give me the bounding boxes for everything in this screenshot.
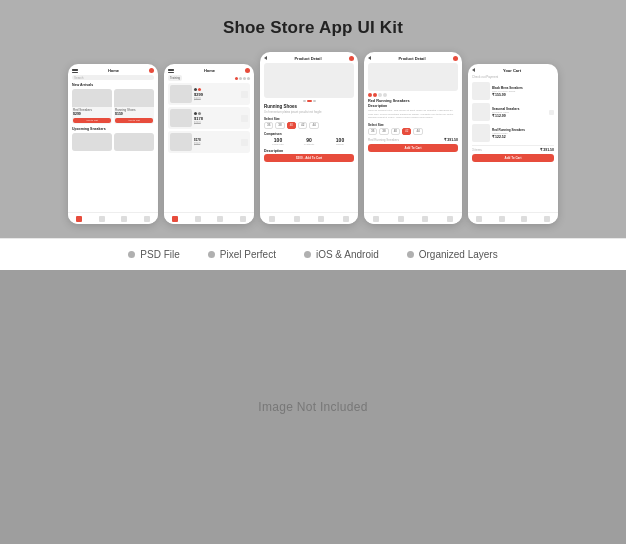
notification-icon-3 xyxy=(349,56,354,61)
profile-nav-2[interactable] xyxy=(240,216,246,222)
profile-nav-icon[interactable] xyxy=(144,216,150,222)
product2-price-old: $260 xyxy=(194,121,239,125)
cart-items-count: 3 items xyxy=(472,148,482,152)
add-to-cart-btn-1[interactable]: Add to cart xyxy=(73,118,111,123)
dot-1 xyxy=(303,100,306,102)
product1-price-old: $400 xyxy=(194,97,239,101)
add-btn-price: $300 xyxy=(296,156,303,160)
cart-divider xyxy=(472,145,554,146)
home-nav-5[interactable] xyxy=(476,216,482,222)
home-nav-3[interactable] xyxy=(269,216,275,222)
back-arrow-3[interactable] xyxy=(264,56,267,60)
size4-36[interactable]: 36 xyxy=(368,128,377,135)
item1-price: $299 xyxy=(72,112,112,117)
add-to-cart-btn-3[interactable]: $300 - Add To Cart xyxy=(264,154,354,162)
cart-item-price-3: ₹122.52 xyxy=(492,135,554,139)
phone3-bottom-nav xyxy=(260,212,358,224)
size4-42[interactable]: 42 xyxy=(402,128,411,135)
size-40[interactable]: 40 xyxy=(287,122,296,129)
product3-price-old: $260 xyxy=(194,142,239,146)
phone-3: Product Detail Running Shoes Un fermentu… xyxy=(260,52,358,224)
product-img-1 xyxy=(170,85,192,103)
size4-44[interactable]: 44 xyxy=(413,128,422,135)
search-nav-3[interactable] xyxy=(294,216,300,222)
search-nav-4[interactable] xyxy=(398,216,404,222)
rating-dot-4 xyxy=(383,93,387,97)
color-dot-black-2 xyxy=(194,112,197,115)
product3-sub: Un fermentum platea ipsuet posulis text … xyxy=(264,110,354,114)
phone2-title: Home xyxy=(204,68,215,73)
filter-chip[interactable]: Training xyxy=(168,75,182,81)
size4-38[interactable]: 38 xyxy=(379,128,388,135)
search-nav-icon[interactable] xyxy=(99,216,105,222)
product-row-1: $299 $400 xyxy=(168,83,250,105)
checkout-btn[interactable]: Add To Cart xyxy=(472,154,554,162)
home-nav-icon[interactable] xyxy=(76,216,82,222)
sizes-3: 36 38 40 42 44 xyxy=(264,122,354,129)
color-dots-1 xyxy=(194,88,239,91)
product-info-1: $299 $400 xyxy=(194,88,239,101)
profile-nav-3[interactable] xyxy=(343,216,349,222)
feature-label-2: Pixel Perfect xyxy=(220,249,276,260)
phone3-header: Product Detail xyxy=(264,56,354,61)
back-arrow-5[interactable] xyxy=(472,68,475,72)
product-info-2: $178 $260 xyxy=(194,112,239,125)
heart-nav-5[interactable] xyxy=(521,216,527,222)
product-detail-img-4 xyxy=(368,63,458,91)
cart-item-1: Black Mens Sneakers Size: 8 Colour: Blac… xyxy=(472,82,554,100)
size-38[interactable]: 38 xyxy=(275,122,284,129)
search-nav-2[interactable] xyxy=(195,216,201,222)
total-row-4: Red Running Sneakers ₹391.50 xyxy=(368,138,458,142)
phone3-title: Product Detail xyxy=(294,56,321,61)
product3-name: Running Shoes xyxy=(264,104,354,109)
profile-nav-5[interactable] xyxy=(544,216,550,222)
heart-nav-4[interactable] xyxy=(422,216,428,222)
new-arrivals-row: Red Sneakers $299 Add to cart Running Sh… xyxy=(72,89,154,124)
trash-icon-2[interactable] xyxy=(549,110,554,115)
add-to-cart-btn-4[interactable]: Add To Cart xyxy=(368,144,458,152)
search-nav-5[interactable] xyxy=(499,216,505,222)
upcoming-img-2 xyxy=(114,133,154,151)
detail-dots-3 xyxy=(264,100,354,102)
cart-item-img-1 xyxy=(472,82,490,100)
profile-nav-4[interactable] xyxy=(447,216,453,222)
cart-total-price: ₹391.50 xyxy=(540,148,554,152)
search-bar[interactable]: Search xyxy=(72,75,154,80)
cart-icon-3[interactable] xyxy=(241,139,248,146)
cart-item-price-1: ₹155.99 xyxy=(492,93,554,97)
page-title: Shoe Store App UI Kit xyxy=(223,18,403,38)
cart-item-info-2: Seasonal Sneakers Women's Shoe ₹112.99 xyxy=(492,107,547,118)
home-nav-2[interactable] xyxy=(172,216,178,222)
heart-nav-2[interactable] xyxy=(217,216,223,222)
size-44[interactable]: 44 xyxy=(309,122,318,129)
feature-ios: iOS & Android xyxy=(304,249,379,260)
product-row-3: $178 $260 xyxy=(168,131,250,153)
cart-item-info-1: Black Mens Sneakers Size: 8 Colour: Blac… xyxy=(492,86,554,97)
cart-item-2: Seasonal Sneakers Women's Shoe ₹112.99 xyxy=(472,103,554,121)
size-36[interactable]: 36 xyxy=(264,122,273,129)
cart-icon-2[interactable] xyxy=(241,115,248,122)
bottom-section: Image Not Included xyxy=(0,270,626,544)
back-arrow-4[interactable] xyxy=(368,56,371,60)
item2-image xyxy=(114,89,154,107)
comp-item-2: 90 Synthetic xyxy=(295,137,323,146)
phone5-bottom-nav xyxy=(468,212,558,224)
size-42[interactable]: 42 xyxy=(298,122,307,129)
phone1-bottom-nav xyxy=(68,212,158,224)
phone-5: Your Cart Check out Payment Black Mens S… xyxy=(468,64,558,224)
menu-icon-2 xyxy=(168,69,174,73)
heart-nav-3[interactable] xyxy=(318,216,324,222)
size4-40[interactable]: 40 xyxy=(391,128,400,135)
notification-icon-4 xyxy=(453,56,458,61)
total-val-4: ₹391.50 xyxy=(444,138,458,142)
add-to-cart-btn-2[interactable]: Add to cart xyxy=(115,118,153,123)
rating-dot-3 xyxy=(378,93,382,97)
phone4-bottom-nav xyxy=(364,212,462,224)
home-nav-4[interactable] xyxy=(373,216,379,222)
phone-2: Home Training xyxy=(164,64,254,224)
search-text: Search xyxy=(74,76,84,80)
upcoming-img-1 xyxy=(72,133,112,151)
feature-label-4: Organized Layers xyxy=(419,249,498,260)
cart-icon-1[interactable] xyxy=(241,91,248,98)
heart-nav-icon[interactable] xyxy=(121,216,127,222)
